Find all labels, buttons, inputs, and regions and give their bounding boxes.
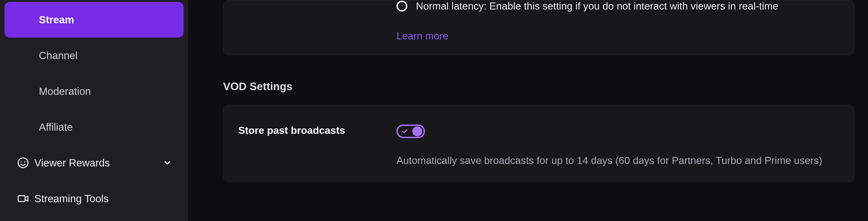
- camera-icon: [17, 193, 34, 204]
- latency-card: Normal latency: Enable this setting if y…: [223, 0, 855, 55]
- sidebar-group-label: Viewer Rewards: [34, 157, 163, 169]
- toggle-knob: [412, 126, 422, 136]
- smile-icon: [17, 157, 34, 169]
- store-past-broadcasts-desc: Automatically save broadcasts for up to …: [397, 153, 839, 168]
- sidebar-group-label: Streaming Tools: [34, 192, 172, 205]
- store-past-broadcasts-toggle[interactable]: [397, 125, 425, 138]
- settings-sidebar: Stream Channel Moderation Affiliate View…: [0, 0, 188, 221]
- sidebar-group-streaming-tools[interactable]: Streaming Tools: [4, 181, 184, 217]
- svg-rect-3: [18, 196, 25, 201]
- sidebar-item-affiliate[interactable]: Affiliate: [4, 109, 184, 145]
- store-past-broadcasts-row: Store past broadcasts Automatically save…: [238, 105, 839, 168]
- chevron-down-icon: [163, 158, 172, 167]
- svg-point-2: [24, 161, 25, 162]
- latency-normal-label: Normal latency: Enable this setting if y…: [416, 0, 778, 12]
- check-icon: [401, 128, 408, 135]
- sidebar-item-label: Stream: [39, 13, 74, 26]
- settings-main: Normal latency: Enable this setting if y…: [188, 0, 868, 221]
- sidebar-item-stream[interactable]: Stream: [4, 2, 184, 37]
- store-past-broadcasts-label: Store past broadcasts: [238, 125, 345, 136]
- svg-point-1: [21, 161, 22, 162]
- learn-more-link[interactable]: Learn more: [397, 30, 448, 42]
- sidebar-item-label: Channel: [39, 49, 78, 62]
- sidebar-item-label: Moderation: [39, 85, 91, 98]
- sidebar-group-viewer-rewards[interactable]: Viewer Rewards: [4, 145, 184, 181]
- vod-settings-title: VOD Settings: [223, 80, 855, 92]
- latency-normal-option[interactable]: Normal latency: Enable this setting if y…: [397, 0, 839, 12]
- sidebar-item-label: Affiliate: [39, 121, 73, 133]
- svg-point-0: [18, 158, 28, 168]
- radio-icon: [397, 1, 407, 11]
- vod-card: Store past broadcasts Automatically save…: [223, 105, 855, 182]
- sidebar-item-moderation[interactable]: Moderation: [4, 73, 184, 109]
- sidebar-item-channel[interactable]: Channel: [4, 37, 184, 73]
